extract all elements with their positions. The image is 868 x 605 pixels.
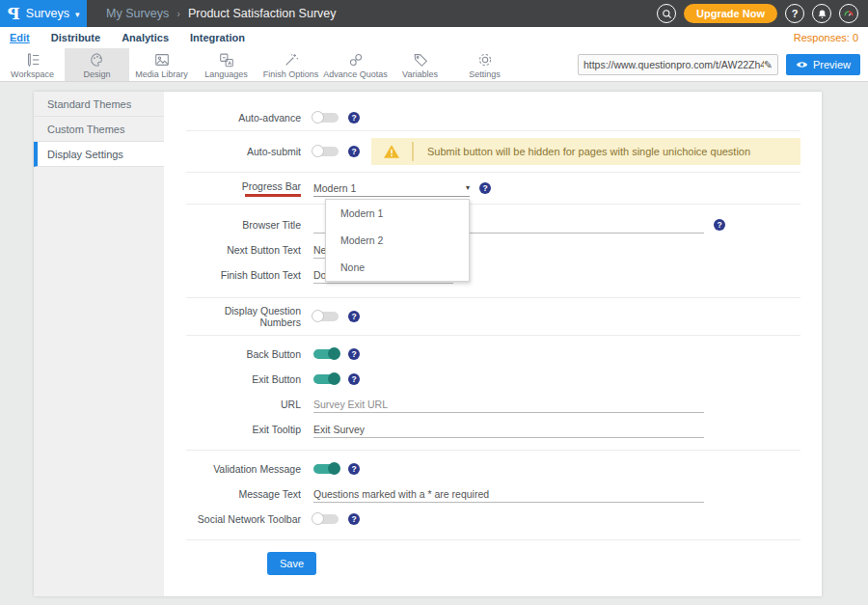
message-text-input[interactable] [313, 485, 704, 503]
tool-settings[interactable]: Settings [452, 48, 517, 81]
progress-bar-select[interactable]: Modern 1 ▾ [313, 179, 470, 197]
tab-analytics[interactable]: Analytics [122, 32, 169, 43]
design-icon [89, 51, 106, 69]
finish-button-text-label: Finish Button Text [186, 269, 313, 281]
tool-label: Media Library [135, 69, 188, 79]
tool-advance-quotas[interactable]: Advance Quotas [323, 48, 388, 81]
exit-url-input[interactable] [313, 396, 704, 413]
help-menu-button[interactable]: ? [785, 4, 804, 23]
topbar-actions: Upgrade Now ? [657, 4, 868, 23]
eye-icon [796, 60, 808, 69]
back-button-label: Back Button [186, 348, 313, 360]
display-settings-form: Auto-advance ? Auto-submit ? Submit butt… [164, 92, 822, 596]
toggle-knob [328, 372, 340, 385]
tab-integration[interactable]: Integration [190, 32, 245, 43]
settings-icon [476, 51, 494, 69]
workspace-icon [24, 51, 41, 69]
notifications-button[interactable] [812, 4, 831, 23]
tool-media-library[interactable]: Media Library [129, 48, 194, 81]
display-question-numbers-help-icon[interactable]: ? [348, 311, 360, 322]
tool-label: Languages [204, 69, 248, 79]
back-button-help-icon[interactable]: ? [348, 348, 360, 360]
toggle-knob [312, 111, 324, 124]
auto-submit-help-icon[interactable]: ? [348, 146, 360, 157]
exit-button-help-icon[interactable]: ? [348, 373, 360, 385]
progress-bar-dropdown: Modern 1 Modern 2 None [325, 199, 470, 282]
annotation-red-underline [245, 194, 301, 197]
survey-url-input[interactable] [583, 59, 764, 70]
toggle-knob [312, 512, 324, 525]
exit-tooltip-label: Exit Tooltip [186, 424, 313, 435]
toolbar-right: ✎ Preview [578, 48, 868, 81]
product-switcher[interactable]: P Surveys ▾ [0, 0, 87, 27]
progress-bar-selected-value: Modern 1 [313, 182, 356, 194]
tool-design[interactable]: Design [65, 48, 129, 81]
dropdown-option-modern-1[interactable]: Modern 1 [326, 200, 469, 227]
search-button[interactable] [657, 4, 676, 23]
preview-label: Preview [813, 59, 851, 70]
questionpro-app: P Surveys ▾ My Surveys › Product Satisfa… [0, 0, 868, 605]
bell-icon [817, 9, 827, 19]
browser-title-help-icon[interactable]: ? [714, 219, 725, 231]
toggle-knob [312, 310, 324, 322]
back-button-toggle[interactable] [313, 349, 339, 359]
save-button[interactable]: Save [267, 552, 316, 575]
warning-triangle-icon [383, 144, 400, 159]
sidebar-item-custom-themes[interactable]: Custom Themes [34, 117, 164, 142]
survey-menu-bar: Edit Distribute Analytics Integration Re… [0, 27, 868, 48]
progress-bar-help-icon[interactable]: ? [479, 182, 491, 194]
auto-submit-warning: Submit button will be hidden for pages w… [371, 138, 800, 165]
exit-tooltip-input[interactable] [313, 421, 704, 438]
warning-text: Submit button will be hidden for pages w… [414, 146, 750, 157]
toggle-knob [328, 347, 340, 360]
breadcrumb-separator: › [176, 8, 180, 19]
display-question-numbers-label: Display Question Numbers [186, 305, 313, 328]
tab-edit[interactable]: Edit [10, 32, 30, 43]
upgrade-now-button[interactable]: Upgrade Now [684, 4, 777, 23]
gauge-icon [843, 8, 854, 19]
validation-message-label: Validation Message [186, 463, 313, 475]
tool-languages[interactable]: Languages [194, 48, 258, 81]
toggle-knob [312, 145, 324, 157]
next-button-text-label: Next Button Text [186, 244, 313, 256]
display-question-numbers-toggle[interactable] [313, 312, 339, 321]
social-network-toolbar-help-icon[interactable]: ? [348, 513, 360, 525]
tool-label: Variables [402, 69, 438, 79]
auto-advance-label: Auto-advance [186, 112, 313, 124]
usage-meter-button[interactable] [839, 4, 858, 23]
tool-finish-options[interactable]: Finish Options [258, 48, 323, 81]
tool-label: Workspace [11, 69, 54, 79]
auto-submit-toggle[interactable] [313, 147, 339, 156]
tool-workspace[interactable]: Workspace [0, 48, 65, 81]
tool-label: Finish Options [263, 69, 319, 79]
warning-icon-cell [371, 142, 414, 161]
exit-button-label: Exit Button [186, 373, 313, 385]
design-toolbar: Workspace Design Media Library Languages… [0, 48, 868, 82]
validation-message-toggle[interactable] [313, 464, 339, 474]
breadcrumb-my-surveys[interactable]: My Surveys [106, 7, 169, 20]
variables-icon [412, 51, 429, 69]
tab-distribute[interactable]: Distribute [51, 32, 100, 43]
dropdown-option-none[interactable]: None [326, 254, 469, 281]
validation-message-help-icon[interactable]: ? [348, 463, 360, 475]
display-settings-panel: Standard Themes Custom Themes Display Se… [34, 92, 822, 596]
breadcrumb-survey-title: Product Satisfaction Survey [188, 7, 337, 20]
preview-button[interactable]: Preview [786, 54, 860, 75]
auto-advance-toggle[interactable] [313, 113, 339, 123]
sidebar-item-standard-themes[interactable]: Standard Themes [34, 92, 164, 117]
auto-advance-help-icon[interactable]: ? [348, 112, 360, 124]
progress-bar-label-text: Progress Bar [242, 180, 301, 192]
responses-count[interactable]: Responses: 0 [794, 32, 858, 43]
social-network-toolbar-toggle[interactable] [313, 514, 339, 524]
edit-url-pencil-icon[interactable]: ✎ [764, 59, 773, 71]
dropdown-option-modern-2[interactable]: Modern 2 [326, 227, 469, 254]
exit-button-toggle[interactable] [313, 374, 339, 384]
product-name: Surveys [26, 7, 69, 20]
languages-icon [218, 51, 235, 69]
tool-variables[interactable]: Variables [388, 48, 452, 81]
question-mark-icon: ? [792, 8, 799, 19]
progress-bar-label: Progress Bar [186, 180, 313, 197]
advance-quotas-icon [347, 51, 365, 69]
finish-options-icon [283, 51, 300, 69]
sidebar-item-display-settings[interactable]: Display Settings [34, 142, 164, 167]
